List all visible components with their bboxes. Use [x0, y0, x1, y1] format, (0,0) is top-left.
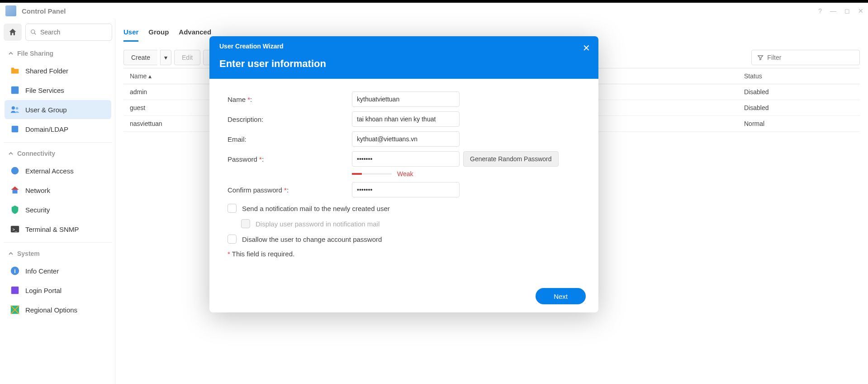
sidebar: File Sharing Shared Folder File Services…	[0, 19, 115, 384]
checkbox-icon	[241, 219, 250, 228]
search-input[interactable]	[40, 29, 107, 36]
sidebar-item-label: Terminal & SNMP	[25, 226, 79, 233]
info-icon: i	[10, 266, 20, 276]
create-button[interactable]: Create	[123, 50, 157, 65]
svg-text:>_: >_	[13, 227, 18, 232]
confirm-password-input[interactable]	[352, 182, 460, 197]
label-name: Name *:	[228, 96, 352, 103]
svg-rect-5	[12, 126, 19, 133]
tab-user[interactable]: User	[123, 25, 138, 41]
help-icon[interactable]: ?	[818, 7, 822, 14]
folder-icon	[10, 66, 20, 76]
strength-bar	[352, 173, 392, 175]
section-label: System	[17, 250, 40, 257]
svg-rect-12	[11, 287, 19, 294]
section-system[interactable]: System	[4, 246, 112, 261]
divider	[4, 142, 112, 143]
required-note: * This field is required.	[228, 250, 580, 258]
filter-box[interactable]	[751, 50, 860, 65]
sidebar-item-label: Security	[25, 206, 50, 214]
sidebar-item-label: File Services	[25, 86, 64, 94]
tab-advanced[interactable]: Advanced	[179, 25, 211, 41]
sidebar-item-terminal-snmp[interactable]: >_ Terminal & SNMP	[5, 220, 111, 239]
svg-text:i: i	[14, 268, 16, 274]
sidebar-item-regional-options[interactable]: Regional Options	[5, 300, 111, 319]
home-button[interactable]	[4, 24, 22, 41]
search-icon	[30, 29, 37, 36]
sidebar-item-user-group[interactable]: User & Group	[5, 100, 111, 119]
users-icon	[10, 105, 20, 115]
sidebar-item-label: Regional Options	[25, 306, 77, 314]
description-input[interactable]	[352, 111, 460, 127]
network-icon	[10, 185, 20, 195]
sidebar-item-security[interactable]: Security	[5, 200, 111, 219]
section-file-sharing[interactable]: File Sharing	[4, 46, 112, 61]
filter-icon	[757, 54, 764, 61]
label-confirm: Confirm password *:	[228, 186, 352, 194]
sidebar-item-label: Shared Folder	[25, 67, 68, 75]
label-description: Description:	[228, 115, 352, 123]
file-services-icon	[10, 85, 20, 95]
section-label: Connectivity	[17, 150, 55, 157]
label-email: Email:	[228, 135, 352, 143]
sidebar-item-label: Domain/LDAP	[25, 125, 68, 133]
create-dropdown[interactable]: ▾	[160, 50, 171, 65]
sidebar-item-domain-ldap[interactable]: Domain/LDAP	[5, 120, 111, 139]
sidebar-item-shared-folder[interactable]: Shared Folder	[5, 61, 111, 80]
next-button[interactable]: Next	[536, 288, 586, 304]
modal-footer: Next	[209, 280, 598, 312]
svg-point-3	[12, 106, 15, 110]
sidebar-item-login-portal[interactable]: Login Portal	[5, 281, 111, 300]
check-disallow[interactable]: Disallow the user to change account pass…	[228, 235, 580, 244]
svg-line-1	[34, 33, 36, 34]
generate-password-button[interactable]: Generate Random Password	[463, 151, 559, 167]
check-notify[interactable]: Send a notification mail to the newly cr…	[228, 204, 580, 213]
sidebar-item-network[interactable]: Network	[5, 181, 111, 200]
filter-input[interactable]	[767, 54, 854, 61]
cell-status: Disabled	[738, 84, 860, 100]
check-label: Disallow the user to change account pass…	[242, 235, 382, 243]
modal-body: Name *: Description: Email: Password *: …	[209, 79, 598, 280]
window-title: Control Panel	[22, 7, 66, 15]
close-icon[interactable]: ✕	[583, 43, 590, 53]
col-status[interactable]: Status	[738, 68, 860, 84]
section-connectivity[interactable]: Connectivity	[4, 146, 112, 161]
sidebar-item-file-services[interactable]: File Services	[5, 81, 111, 100]
user-creation-modal: User Creation Wizard Enter user informat…	[209, 36, 598, 312]
svg-point-6	[11, 167, 19, 175]
password-input[interactable]	[352, 151, 460, 167]
cell-status: Normal	[738, 116, 860, 131]
svg-rect-2	[11, 86, 19, 94]
sidebar-item-label: Info Center	[25, 267, 59, 275]
name-input[interactable]	[352, 91, 460, 107]
window-controls: ? — ◻ ✕	[818, 7, 863, 14]
email-input[interactable]	[352, 131, 460, 147]
label-password: Password *:	[228, 155, 352, 163]
modal-header: User Creation Wizard Enter user informat…	[209, 36, 598, 79]
maximize-icon[interactable]: ◻	[844, 7, 850, 14]
sidebar-item-external-access[interactable]: External Access	[5, 161, 111, 180]
divider	[4, 242, 112, 243]
regional-icon	[10, 305, 20, 315]
shield-icon	[10, 205, 20, 215]
password-strength: Weak	[352, 170, 580, 178]
close-window-icon[interactable]: ✕	[858, 7, 863, 14]
search-box[interactable]	[25, 24, 112, 41]
minimize-icon[interactable]: —	[830, 7, 836, 14]
sidebar-item-info-center[interactable]: i Info Center	[5, 261, 111, 280]
tab-group[interactable]: Group	[148, 25, 169, 41]
sidebar-item-label: Login Portal	[25, 287, 62, 294]
modal-title: Enter user information	[219, 58, 588, 70]
edit-button[interactable]: Edit	[174, 50, 200, 65]
svg-point-4	[16, 107, 19, 110]
check-display-password: Display user password in notification ma…	[241, 219, 580, 228]
modal-subtitle: User Creation Wizard	[219, 43, 588, 50]
section-label: File Sharing	[17, 50, 53, 57]
terminal-icon: >_	[10, 224, 20, 234]
domain-icon	[10, 124, 20, 134]
checkbox-icon[interactable]	[228, 204, 237, 213]
sidebar-item-label: User & Group	[25, 106, 67, 114]
chevron-up-icon	[8, 251, 14, 256]
checkbox-icon[interactable]	[228, 235, 237, 244]
chevron-up-icon	[8, 151, 14, 156]
